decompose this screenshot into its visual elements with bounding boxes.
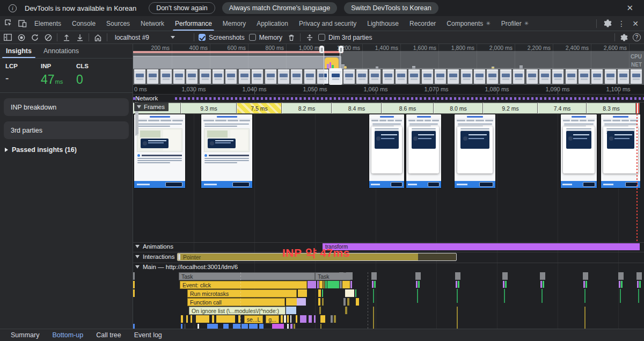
flame-fragment[interactable] xyxy=(298,289,307,297)
screenshots-checkbox[interactable]: Screenshots xyxy=(199,34,245,41)
task-cluster[interactable] xyxy=(618,272,624,280)
task-cluster[interactable] xyxy=(371,272,377,280)
flame-fragment[interactable] xyxy=(505,281,507,288)
flame-fragment[interactable] xyxy=(345,289,354,297)
flame-fragment[interactable] xyxy=(133,272,135,280)
flame-fragment[interactable] xyxy=(540,281,542,288)
flame-fragment[interactable] xyxy=(339,272,343,280)
flame-fragment[interactable] xyxy=(456,281,457,288)
flame-fragment[interactable] xyxy=(343,298,346,306)
insight-card-inp-breakdown[interactable]: INP breakdown xyxy=(4,98,129,116)
toggle-sidebar-icon[interactable] xyxy=(3,33,12,42)
sidebar-tab-insights[interactable]: Insights xyxy=(0,44,38,58)
flame-fragment[interactable] xyxy=(196,315,209,323)
task-cluster[interactable] xyxy=(455,272,460,280)
set-bar[interactable]: se...L xyxy=(244,315,263,323)
tab-network[interactable]: Network xyxy=(135,16,170,31)
device-toolbar-icon[interactable] xyxy=(18,19,27,28)
record-icon[interactable] xyxy=(17,33,26,42)
flame-fragment[interactable] xyxy=(416,281,418,288)
tab-lighthouse[interactable]: Lighthouse xyxy=(362,16,404,31)
frame-screenshot[interactable] xyxy=(561,114,597,188)
flame-fragment[interactable] xyxy=(347,298,349,306)
frame-cell[interactable]: 8.3 ms xyxy=(587,103,636,114)
flame-fragment[interactable] xyxy=(287,324,289,329)
task-cluster[interactable] xyxy=(415,272,421,280)
flame-fragment[interactable] xyxy=(186,315,188,323)
flame-fragment[interactable] xyxy=(458,281,459,288)
flame-fragment[interactable] xyxy=(323,281,325,288)
passed-insights-toggle[interactable]: Passed insights (16) xyxy=(0,139,133,161)
tab-console[interactable]: Console xyxy=(67,16,101,31)
flame-fragment[interactable] xyxy=(325,281,327,288)
flame-fragment[interactable] xyxy=(223,324,229,329)
g-bar[interactable]: g... xyxy=(266,315,279,323)
network-track-toggle[interactable]: Network xyxy=(135,95,158,101)
help-icon[interactable]: ? xyxy=(633,33,641,41)
flame-fragment[interactable] xyxy=(241,324,248,329)
details-tab-summary[interactable]: Summary xyxy=(5,331,45,339)
frame-cell[interactable]: 9.2 ms xyxy=(483,103,538,114)
flame-fragment[interactable] xyxy=(340,281,342,288)
dont-show-again-button[interactable]: Don't show again xyxy=(149,2,215,14)
tab-application[interactable]: Application xyxy=(251,16,294,31)
flame-fragment[interactable] xyxy=(331,315,333,323)
sidebar-tab-annotations[interactable]: Annotations xyxy=(38,44,85,58)
flame-fragment[interactable] xyxy=(355,289,356,297)
frame-cell[interactable]: 8.0 ms xyxy=(434,103,483,114)
flame-fragment[interactable] xyxy=(133,281,135,288)
flame-fragment[interactable] xyxy=(320,324,321,329)
details-tab-event-log[interactable]: Event log xyxy=(129,331,167,339)
timeline-minimap[interactable]: CPU NET 200 ms400 ms600 ms800 ms1,000 ms… xyxy=(133,44,644,85)
profile-select[interactable]: localhost #9 xyxy=(112,33,189,42)
flame-fragment[interactable] xyxy=(286,298,297,306)
banner-close-icon[interactable]: ✕ xyxy=(621,3,639,13)
flame-fragment[interactable] xyxy=(586,281,587,288)
flame-fragment[interactable] xyxy=(334,315,336,323)
frame-cell[interactable] xyxy=(636,103,640,114)
flame-fragment[interactable] xyxy=(637,281,639,288)
flame-fragment[interactable] xyxy=(418,281,420,288)
frame-cell[interactable]: 9.3 ms xyxy=(181,103,237,114)
details-tab-bottom-up[interactable]: Bottom-up xyxy=(47,331,89,339)
collect-garbage-icon[interactable] xyxy=(287,33,296,42)
flame-fragment[interactable] xyxy=(133,289,135,297)
flame-fragment[interactable] xyxy=(294,324,295,329)
brush-left-handle[interactable] xyxy=(319,46,324,53)
flame-fragment[interactable] xyxy=(296,315,297,323)
flame-fragment[interactable] xyxy=(327,281,339,288)
flame-fragment[interactable] xyxy=(318,298,320,306)
tab-privacy-and-security[interactable]: Privacy and security xyxy=(294,16,362,31)
home-icon[interactable] xyxy=(93,33,103,42)
flame-fragment[interactable] xyxy=(346,272,353,280)
frames-track-toggle[interactable]: Frames xyxy=(134,103,169,111)
more-options-icon[interactable]: ⋮ xyxy=(615,17,628,30)
task-cluster[interactable] xyxy=(502,272,508,280)
tab-profiler[interactable]: Profiler✳ xyxy=(496,16,534,31)
record-and-reload-icon[interactable] xyxy=(30,33,39,42)
animations-track-toggle[interactable]: Animations xyxy=(135,243,173,250)
flame-fragment[interactable] xyxy=(322,289,323,297)
flame-fragment[interactable] xyxy=(309,315,312,323)
flame-fragment[interactable] xyxy=(184,324,186,329)
tab-elements[interactable]: Elements xyxy=(29,16,67,31)
network-throttle-icon[interactable] xyxy=(305,33,314,42)
animation-transform-bar[interactable]: transform xyxy=(323,243,640,250)
flame-fragment[interactable] xyxy=(290,315,291,323)
frame-cell[interactable]: 8.2 ms xyxy=(282,103,332,114)
match-language-button[interactable]: Always match Chrome's language xyxy=(222,2,338,14)
flame-fragment[interactable] xyxy=(191,315,192,323)
flame-fragment[interactable] xyxy=(233,324,240,329)
flame-fragment[interactable] xyxy=(350,281,352,288)
details-tab-call-tree[interactable]: Call tree xyxy=(91,331,127,339)
dim-3rd-parties-checkbox[interactable]: Dim 3rd parties xyxy=(318,34,372,41)
flame-fragment[interactable] xyxy=(207,324,218,329)
frame-cell[interactable]: 7.5 ms xyxy=(237,103,282,114)
ignore-list-bar[interactable]: On ignore list (\...modules\/|^node:) xyxy=(189,307,286,315)
flame-fragment[interactable] xyxy=(320,315,325,323)
settings-gear-icon[interactable] xyxy=(601,17,614,30)
flame-fragment[interactable] xyxy=(290,324,292,329)
task-bar[interactable]: Task xyxy=(315,272,350,280)
flame-fragment[interactable] xyxy=(342,281,350,288)
function-call-bar[interactable]: Function call xyxy=(187,298,285,306)
